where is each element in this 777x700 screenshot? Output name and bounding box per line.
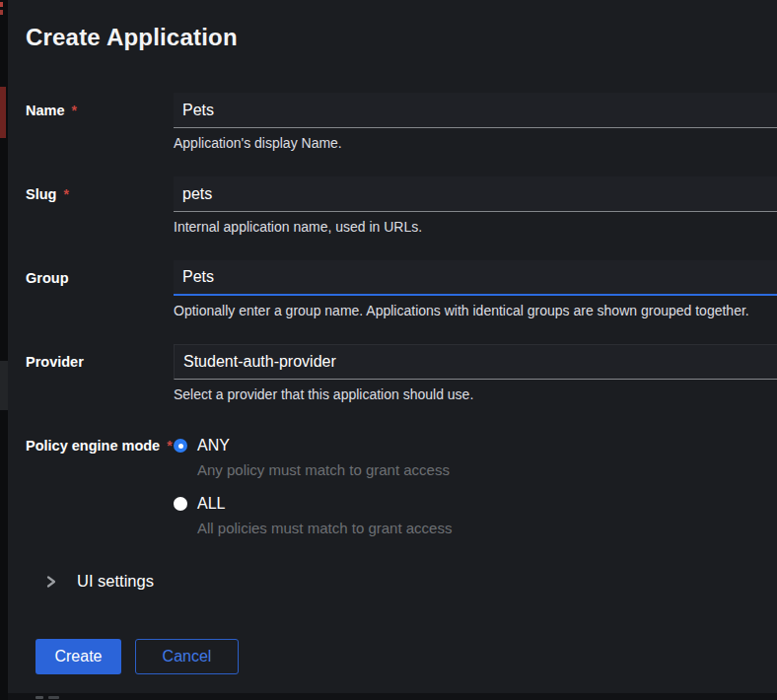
- policy-option-all-body: ALL All policies must match to grant acc…: [197, 495, 452, 536]
- policy-engine-mode-options: ANY Any policy must match to grant acces…: [174, 437, 777, 553]
- policy-option-any-help: Any policy must match to grant access: [197, 461, 450, 478]
- name-label-text: Name: [26, 103, 65, 118]
- required-asterisk: *: [63, 186, 68, 202]
- policy-option-any: ANY Any policy must match to grant acces…: [174, 437, 777, 478]
- policy-option-all-help: All policies must match to grant access: [197, 520, 452, 536]
- policy-engine-mode-label: Policy engine mode *: [26, 437, 174, 455]
- policy-mode-any-radio[interactable]: [174, 439, 187, 453]
- cut-off-page-content: [35, 696, 43, 699]
- provider-help: Select a provider that this application …: [174, 386, 777, 402]
- ui-settings-label: UI settings: [77, 572, 154, 591]
- group-input[interactable]: [174, 260, 777, 296]
- radio-dot: [178, 444, 183, 449]
- required-asterisk: *: [167, 438, 172, 454]
- logo-fragment-icon: [0, 2, 3, 7]
- background-sidebar-edge: [0, 0, 8, 700]
- modal-footer: Create Cancel: [35, 639, 239, 674]
- chevron-right-icon: [44, 575, 57, 589]
- cut-off-page-content: [48, 696, 59, 699]
- name-field-col: Application's display Name.: [174, 93, 777, 151]
- sidebar-highlight-edge: [0, 361, 8, 410]
- create-button[interactable]: Create: [35, 639, 121, 674]
- slug-label: Slug *: [26, 176, 174, 212]
- policy-engine-mode-label-text: Policy engine mode: [26, 438, 160, 454]
- slug-help: Internal application name, used in URLs.: [174, 219, 777, 235]
- group-field-col: Optionally enter a group name. Applicati…: [174, 260, 777, 318]
- required-asterisk: *: [72, 103, 77, 118]
- provider-label-text: Provider: [26, 354, 84, 370]
- slug-label-text: Slug: [26, 186, 56, 202]
- group-label-text: Group: [26, 270, 69, 286]
- name-input[interactable]: [174, 93, 777, 128]
- provider-select[interactable]: [174, 344, 777, 380]
- create-application-modal: Create Application Name * Application's …: [8, 0, 777, 693]
- policy-mode-all-radio[interactable]: [174, 497, 187, 511]
- cancel-button[interactable]: Cancel: [135, 639, 239, 674]
- name-help: Application's display Name.: [174, 135, 777, 151]
- modal-title: Create Application: [26, 24, 238, 51]
- ui-settings-toggle[interactable]: UI settings: [44, 572, 154, 591]
- slug-input[interactable]: [174, 176, 777, 212]
- sidebar-red-accent: [0, 87, 6, 138]
- provider-label: Provider: [26, 344, 174, 380]
- policy-option-any-label[interactable]: ANY: [197, 437, 450, 455]
- logo-fragment-icon: [0, 10, 3, 15]
- name-label: Name *: [26, 93, 174, 128]
- page-behind-modal: [8, 693, 777, 700]
- policy-option-any-body: ANY Any policy must match to grant acces…: [197, 437, 450, 478]
- policy-option-all-label[interactable]: ALL: [197, 495, 452, 513]
- slug-field-col: Internal application name, used in URLs.: [174, 176, 777, 235]
- group-label: Group: [26, 260, 174, 296]
- policy-option-all: ALL All policies must match to grant acc…: [174, 495, 777, 536]
- provider-field-col: Select a provider that this application …: [174, 344, 777, 402]
- group-help: Optionally enter a group name. Applicati…: [174, 303, 777, 318]
